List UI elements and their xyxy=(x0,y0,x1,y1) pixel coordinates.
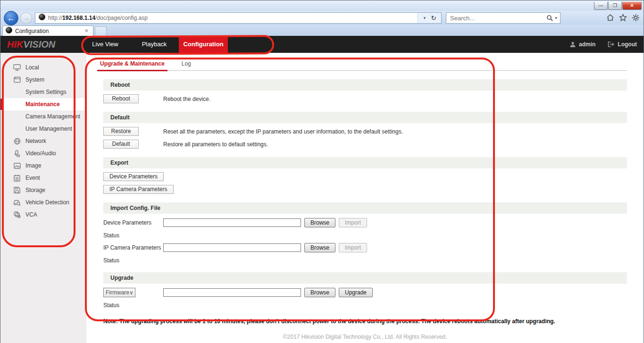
logout-icon xyxy=(608,41,615,48)
home-icon[interactable] xyxy=(606,14,614,22)
import-device-status-label: Status xyxy=(103,232,627,239)
upgrade-type-select[interactable]: Firmware ∨ xyxy=(103,288,135,297)
sidebar-item-system-settings[interactable]: System Settings xyxy=(0,86,86,98)
browser-action-icons xyxy=(606,14,640,22)
back-icon: ← xyxy=(7,14,15,23)
user-area: admin Logout xyxy=(569,36,637,53)
upgrade-type-value: Firmware xyxy=(106,289,129,296)
restore-description: Reset all the parameters, except the IP … xyxy=(163,128,403,135)
sidebar-item-vehicle-detection[interactable]: Vehicle Detection xyxy=(0,196,86,209)
window-controls: — ❐ ✕ xyxy=(594,2,642,10)
browser-tab-row: Configuration ✕ xyxy=(0,25,644,36)
search-box: ▾ xyxy=(446,12,560,24)
export-ip-camera-parameters-button[interactable]: IP Camera Parameters xyxy=(103,185,174,194)
content-tabs: Upgrade & Maintenance Log xyxy=(97,58,627,71)
export-device-parameters-button[interactable]: Device Parameters xyxy=(103,172,164,181)
minimize-button[interactable]: — xyxy=(594,2,608,10)
address-bar[interactable]: http://192.168.1.14/doc/page/config.asp … xyxy=(35,12,442,24)
sidebar-item-storage[interactable]: Storage xyxy=(0,184,86,196)
browser-tab-configuration[interactable]: Configuration ✕ xyxy=(2,25,93,36)
import-ipcam-browse-button[interactable]: Browse xyxy=(304,243,335,252)
url-text[interactable]: http://192.168.1.14/doc/page/config.asp xyxy=(48,15,417,21)
sidebar-item-image[interactable]: Image xyxy=(0,159,86,172)
search-input[interactable] xyxy=(446,15,545,22)
sidebar-item-local[interactable]: Local xyxy=(0,61,86,74)
refresh-icon[interactable]: ↻ xyxy=(429,14,438,22)
sidebar-item-network[interactable]: Network xyxy=(0,135,86,147)
default-description: Restore all parameters to default settin… xyxy=(163,141,268,148)
section-upgrade-header: Upgrade xyxy=(103,272,627,284)
sidebar-item-user-management[interactable]: User Management xyxy=(0,123,86,135)
sidebar-item-label: Maintenance xyxy=(25,101,60,108)
tab-upgrade-maintenance[interactable]: Upgrade & Maintenance xyxy=(97,58,167,71)
sidebar-item-label: System Settings xyxy=(25,89,67,95)
sidebar-item-label: Image xyxy=(25,162,41,169)
sidebar-item-label: Storage xyxy=(25,187,45,193)
monitor-icon xyxy=(13,64,21,71)
user-chip: admin xyxy=(569,41,595,48)
forward-icon: → xyxy=(23,14,30,22)
sidebar-item-event[interactable]: Event xyxy=(0,172,86,184)
close-button[interactable]: ✕ xyxy=(622,2,642,10)
reboot-description: Reboot the device. xyxy=(163,96,210,102)
sidebar-item-system[interactable]: System xyxy=(0,74,86,86)
sidebar-item-vca[interactable]: VCA xyxy=(0,209,86,221)
back-button[interactable]: ← xyxy=(4,11,18,25)
upgrade-file-input[interactable] xyxy=(163,288,301,297)
section-import-header: Import Config. File xyxy=(103,202,627,214)
section-default-header: Default xyxy=(103,112,627,123)
nav-live-view[interactable]: Live View xyxy=(81,36,130,53)
import-ipcam-import-button[interactable]: Import xyxy=(339,243,367,252)
default-button[interactable]: Default xyxy=(103,140,139,149)
address-controls: ▾ ↻ xyxy=(417,13,441,23)
sidebar-item-maintenance[interactable]: Maintenance xyxy=(0,98,86,110)
copyright-footer: ©2017 Hikvision Digital Technology Co., … xyxy=(86,334,644,340)
upgrade-browse-button[interactable]: Browse xyxy=(304,288,335,297)
settings-gear-icon[interactable] xyxy=(632,14,640,22)
close-icon: ✕ xyxy=(630,3,634,8)
address-dropdown-icon[interactable]: ▾ xyxy=(420,16,429,20)
page-body: Local System System Settings Maintenance… xyxy=(0,53,644,343)
tab-log[interactable]: Log xyxy=(179,58,194,70)
import-device-import-button[interactable]: Import xyxy=(339,218,367,227)
import-ip-camera-parameters-input[interactable] xyxy=(163,243,301,252)
reboot-button[interactable]: Reboot xyxy=(103,94,139,103)
favorites-star-icon[interactable] xyxy=(619,14,627,22)
import-device-parameters-input[interactable] xyxy=(163,218,301,227)
sidebar-item-label: Vehicle Detection xyxy=(25,199,69,206)
forward-button[interactable]: → xyxy=(20,12,32,24)
tab-close-icon[interactable]: ✕ xyxy=(83,28,90,34)
section-reboot-header: Reboot xyxy=(103,79,627,91)
browser-navbar: ← → http://192.168.1.14/doc/page/config.… xyxy=(0,11,644,25)
sidebar-item-video-audio[interactable]: Video/Audio xyxy=(0,147,86,159)
nav-configuration[interactable]: Configuration xyxy=(179,36,228,53)
section-export-header: Export xyxy=(103,157,627,168)
site-favicon xyxy=(39,14,45,22)
tab-title: Configuration xyxy=(12,28,83,34)
chevron-down-icon: ∨ xyxy=(129,289,134,296)
logout-button[interactable]: Logout xyxy=(608,41,637,48)
hikvision-logo: HIKVISION xyxy=(7,39,55,50)
site-header: HIKVISION Live View Playback Configurati… xyxy=(0,36,644,53)
storage-icon xyxy=(13,187,21,193)
sidebar-item-label: Event xyxy=(25,175,40,181)
main-content: Upgrade & Maintenance Log Reboot Reboot … xyxy=(86,53,644,343)
tab-favicon xyxy=(6,27,12,35)
upgrade-button[interactable]: Upgrade xyxy=(339,288,373,297)
new-tab-button[interactable] xyxy=(95,26,107,36)
search-icon[interactable] xyxy=(545,15,555,21)
site-nav: Live View Playback Configuration xyxy=(81,36,228,53)
restore-button[interactable]: Restore xyxy=(103,127,139,136)
microphone-icon xyxy=(13,150,21,157)
title-bar: — ❐ ✕ xyxy=(0,0,644,11)
search-dropdown-icon[interactable]: ▾ xyxy=(555,16,560,20)
vca-icon xyxy=(13,211,21,218)
import-device-browse-button[interactable]: Browse xyxy=(304,218,335,227)
sidebar-item-label: System xyxy=(25,76,44,83)
nav-playback[interactable]: Playback xyxy=(130,36,179,53)
maximize-button[interactable]: ❐ xyxy=(608,2,622,10)
import-device-parameters-label: Device Parameters xyxy=(103,219,163,226)
sidebar-item-camera-management[interactable]: Camera Management xyxy=(0,110,86,123)
sidebar-item-label: Video/Audio xyxy=(25,150,56,157)
vehicle-detection-icon xyxy=(13,199,21,206)
